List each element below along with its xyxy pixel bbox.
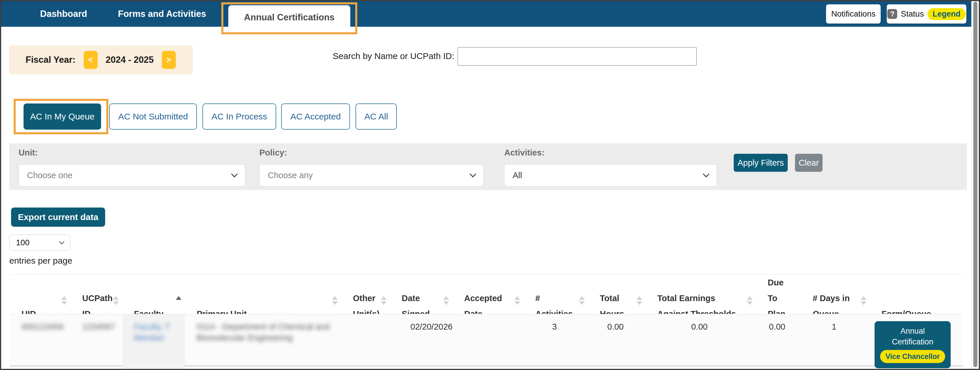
sort-icons[interactable] [113, 296, 119, 305]
entries-per-page-label: entries per page [9, 256, 72, 266]
sort-icons[interactable] [443, 296, 449, 305]
queue-tab-ac-all[interactable]: AC All [356, 104, 397, 130]
sort-icons[interactable] [861, 296, 866, 305]
policy-select-value: Choose any [268, 171, 471, 180]
nav-forms-and-activities[interactable]: Forms and Activities [118, 1, 206, 27]
sort-icons[interactable] [747, 296, 752, 305]
cell-primary-unit: 0114 - Department of Chemical and Biomol… [185, 314, 341, 368]
cell-total-earnings: 0.00 [646, 314, 756, 368]
sort-icons[interactable] [61, 296, 67, 305]
clear-filters-button[interactable]: Clear [795, 154, 822, 172]
page-size-value: 100 [16, 238, 60, 247]
annual-certification-form-button[interactable]: Annual Certification Vice Chancellor [875, 321, 951, 368]
nav-tab-annual-certifications[interactable]: Annual Certifications [228, 5, 350, 30]
status-legend-button[interactable]: ? Status Legend [887, 4, 966, 24]
cell-uid: 000123456 [10, 314, 71, 368]
filter-panel: Unit: Choose one Policy: Choose any Acti… [9, 143, 967, 190]
faculty-link[interactable]: Member [134, 332, 182, 343]
sort-icons[interactable] [332, 296, 338, 305]
cell-faculty: Faculty, T Member [122, 314, 185, 368]
cell-ucpath-id: 1234567 [71, 314, 122, 368]
chevron-down-icon [59, 239, 64, 244]
fiscal-year-previous-button[interactable]: < [84, 51, 98, 69]
search-label: Search by Name or UCPath ID: [329, 51, 454, 61]
cell-accepted-date [453, 314, 524, 368]
cell-other-units [341, 314, 390, 368]
vertical-scrollbar[interactable] [971, 1, 979, 369]
table-row: 000123456 1234567 Faculty, T Member 0114… [10, 314, 963, 366]
export-current-data-button[interactable]: Export current data [11, 207, 105, 227]
annual-certifications-page: Dashboard Forms and Activities Notificat… [0, 0, 980, 370]
queue-tab-ac-in-my-queue[interactable]: AC In My Queue [24, 104, 101, 130]
legend-badge: Legend [928, 8, 966, 20]
activities-select-value: All [513, 171, 704, 180]
unit-label: Unit: [19, 148, 38, 158]
top-nav-bar: Dashboard Forms and Activities Notificat… [1, 1, 971, 27]
sort-icons[interactable] [579, 296, 585, 305]
table-header-row: UID UCPath ID Faculty Primary Unit Other… [10, 274, 963, 314]
fiscal-year-next-button[interactable]: > [162, 51, 176, 69]
faculty-link[interactable]: Faculty, T [134, 321, 182, 332]
question-mark-icon: ? [887, 9, 897, 19]
fiscal-year-box: Fiscal Year: < 2024 - 2025 > [9, 45, 193, 74]
vice-chancellor-queue-badge: Vice Chancellor [880, 350, 945, 363]
queue-tab-ac-in-process[interactable]: AC In Process [202, 104, 276, 130]
cell-date-signed: 02/20/2026 [390, 314, 453, 368]
sort-icons[interactable] [514, 296, 520, 305]
scrollbar-thumb[interactable] [973, 2, 977, 367]
cell-due-to-plan: 0.00 [756, 314, 801, 368]
status-label: Status [901, 9, 924, 19]
apply-filters-button[interactable]: Apply Filters [734, 154, 788, 172]
activities-select[interactable]: All [504, 164, 717, 186]
chevron-down-icon [703, 171, 710, 178]
activities-label: Activities: [504, 148, 545, 158]
search-input[interactable] [457, 47, 697, 66]
unit-select-value: Choose one [27, 171, 232, 180]
queue-tab-ac-not-submitted[interactable]: AC Not Submitted [109, 104, 197, 130]
cell-form-queue: Annual Certification Vice Chancellor [870, 314, 963, 368]
unit-select[interactable]: Choose one [19, 164, 245, 186]
queue-tab-ac-accepted[interactable]: AC Accepted [281, 104, 350, 130]
chevron-down-icon [470, 171, 476, 178]
sort-icons[interactable] [381, 296, 387, 305]
form-label: Certification [892, 337, 934, 347]
policy-label: Policy: [259, 148, 287, 158]
notifications-button[interactable]: Notifications [826, 4, 881, 24]
cell-days-in-queue: 1 [801, 314, 870, 368]
nav-dashboard[interactable]: Dashboard [40, 1, 87, 27]
policy-select[interactable]: Choose any [259, 164, 484, 186]
fiscal-year-label: Fiscal Year: [25, 55, 76, 65]
cell-total-hours: 0.00 [588, 314, 646, 368]
cell-num-activities: 3 [524, 314, 588, 368]
sort-icons-ascending[interactable] [176, 296, 181, 305]
fiscal-year-value: 2024 - 2025 [106, 55, 154, 65]
page-size-select[interactable]: 100 [9, 234, 70, 251]
form-label: Annual [900, 326, 925, 337]
chevron-down-icon [231, 171, 238, 178]
sort-icons[interactable] [636, 296, 642, 305]
